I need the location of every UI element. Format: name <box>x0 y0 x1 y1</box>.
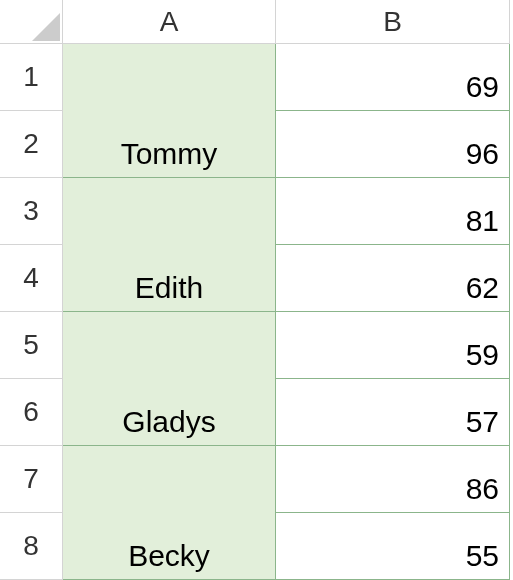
row-header-1[interactable]: 1 <box>0 44 63 111</box>
column-header-a[interactable]: A <box>63 0 276 44</box>
cell-a7-a8[interactable]: Becky <box>63 446 276 580</box>
cell-b1[interactable]: 69 <box>276 44 510 111</box>
cell-b3[interactable]: 81 <box>276 178 510 245</box>
column-header-b[interactable]: B <box>276 0 510 44</box>
cell-b6[interactable]: 57 <box>276 379 510 446</box>
cell-b8[interactable]: 55 <box>276 513 510 580</box>
row-header-7[interactable]: 7 <box>0 446 63 513</box>
cell-b4[interactable]: 62 <box>276 245 510 312</box>
row-header-6[interactable]: 6 <box>0 379 63 446</box>
cell-a3-a4[interactable]: Edith <box>63 178 276 312</box>
cell-b2[interactable]: 96 <box>276 111 510 178</box>
select-all-triangle-icon <box>32 13 60 41</box>
cell-b7[interactable]: 86 <box>276 446 510 513</box>
cell-a5-a6[interactable]: Gladys <box>63 312 276 446</box>
svg-marker-0 <box>32 13 60 41</box>
row-header-4[interactable]: 4 <box>0 245 63 312</box>
cell-b5[interactable]: 59 <box>276 312 510 379</box>
row-header-8[interactable]: 8 <box>0 513 63 580</box>
row-header-5[interactable]: 5 <box>0 312 63 379</box>
select-all-corner[interactable] <box>0 0 63 44</box>
row-header-3[interactable]: 3 <box>0 178 63 245</box>
row-header-2[interactable]: 2 <box>0 111 63 178</box>
spreadsheet-grid[interactable]: A B 1 Tommy 69 2 96 3 Edith 81 4 62 5 Gl… <box>0 0 513 580</box>
cell-a1-a2[interactable]: Tommy <box>63 44 276 178</box>
